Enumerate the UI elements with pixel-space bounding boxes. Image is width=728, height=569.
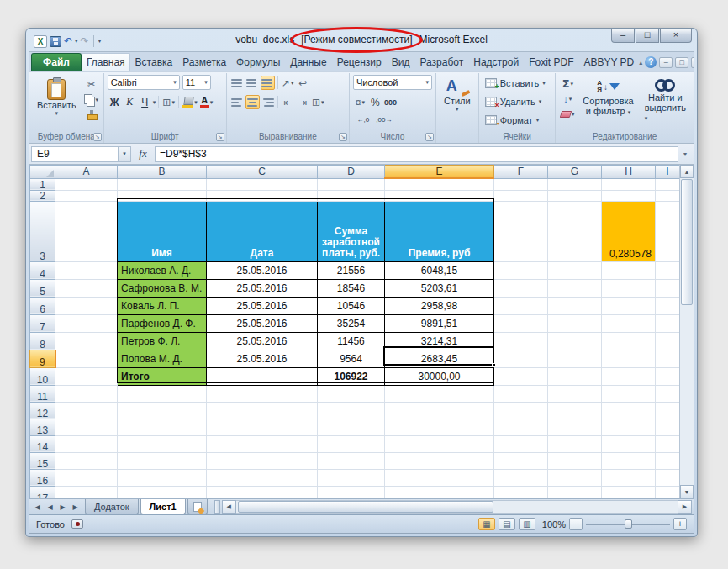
normal-view-button[interactable]: ▦ [478, 518, 495, 530]
cell-B9[interactable]: Попова М. Д. [118, 350, 207, 367]
cell-F16[interactable] [494, 469, 548, 486]
column-header-C[interactable]: C [207, 166, 318, 179]
cell-C17[interactable] [207, 486, 318, 498]
cell-B10[interactable]: Итого [118, 367, 207, 385]
cell-D11[interactable] [318, 385, 385, 402]
cell-B12[interactable] [118, 402, 207, 419]
row-header-13[interactable]: 13 [30, 419, 55, 435]
cell-A14[interactable] [55, 435, 118, 452]
paste-button[interactable]: Вставить ▾ [33, 75, 81, 130]
qat-customize-button[interactable]: ▾ [98, 38, 102, 45]
cell-H10[interactable] [602, 367, 656, 385]
scroll-right-button[interactable]: ▶ [678, 500, 692, 514]
cell-E8[interactable]: 3214,31 [385, 332, 494, 350]
cell-I14[interactable] [656, 435, 680, 452]
number-format-select[interactable]: Числовой▾ [353, 75, 432, 90]
cell-I12[interactable] [656, 402, 680, 419]
help-icon[interactable]: ? [645, 56, 657, 68]
row-header-12[interactable]: 12 [30, 402, 55, 419]
align-center-button[interactable] [245, 95, 260, 109]
cell-A12[interactable] [55, 402, 118, 419]
borders-button[interactable]: ⊞▾ [161, 95, 176, 109]
cell-C10[interactable] [207, 367, 318, 385]
cell-H2[interactable] [602, 190, 656, 201]
cell-G16[interactable] [548, 469, 602, 486]
sheet-tab-dodatok[interactable]: Додаток [85, 499, 139, 514]
cell-D17[interactable] [318, 486, 385, 498]
cell-D9[interactable]: 9564 [318, 350, 385, 367]
row-header-8[interactable]: 8 [30, 332, 55, 350]
cell-I2[interactable] [656, 190, 680, 201]
column-header-E[interactable]: E [385, 166, 494, 179]
cell-F3[interactable] [494, 201, 548, 261]
delete-cells-button[interactable]: × Удалить▾ [483, 93, 552, 109]
comma-style-button[interactable]: 000 [383, 95, 398, 109]
cell-H1[interactable] [602, 178, 656, 190]
cell-I16[interactable] [656, 469, 680, 486]
cell-G9[interactable] [548, 350, 602, 367]
excel-logo-icon[interactable]: X [34, 35, 47, 48]
column-header-A[interactable]: A [55, 166, 118, 179]
cell-B17[interactable] [118, 486, 207, 498]
fill-button[interactable]: ↓▾ [559, 92, 576, 106]
cell-H4[interactable] [602, 261, 656, 279]
column-header-B[interactable]: B [118, 166, 207, 179]
save-button[interactable] [50, 36, 61, 47]
insert-sheet-tab[interactable] [187, 499, 208, 514]
close-button[interactable]: × [660, 29, 692, 43]
cell-C8[interactable]: 25.05.2016 [207, 332, 318, 350]
cell-F6[interactable] [494, 297, 548, 314]
align-right-button[interactable] [261, 95, 275, 109]
cell-B3[interactable]: Имя [118, 201, 207, 261]
tab-insert[interactable]: Вставка [130, 53, 178, 71]
cell-E12[interactable] [385, 402, 494, 419]
cell-E3[interactable]: Премия, руб [385, 201, 494, 261]
cell-B13[interactable] [118, 419, 207, 435]
cell-I4[interactable] [656, 261, 680, 279]
cell-C9[interactable]: 25.05.2016 [207, 350, 318, 367]
row-header-1[interactable]: 1 [30, 178, 55, 190]
cell-G10[interactable] [548, 367, 602, 385]
cell-B2[interactable] [118, 190, 207, 201]
cell-C16[interactable] [207, 469, 318, 486]
undo-button[interactable]: ↶ [64, 36, 72, 46]
cell-D3[interactable]: Сумма заработной платы, руб. [318, 201, 385, 261]
cell-G8[interactable] [548, 332, 602, 350]
tab-developer[interactable]: Разработ [414, 53, 468, 71]
zoom-slider[interactable] [586, 518, 670, 530]
cell-C6[interactable]: 25.05.2016 [207, 297, 318, 314]
autosum-button[interactable]: Σ▾ [559, 76, 576, 91]
cell-G17[interactable] [548, 486, 602, 498]
cell-C12[interactable] [207, 402, 318, 419]
cell-F14[interactable] [494, 435, 548, 452]
cell-C15[interactable] [207, 452, 318, 469]
cell-D12[interactable] [318, 402, 385, 419]
tab-abbyy-pd[interactable]: ABBYY PD [578, 53, 639, 71]
cell-H5[interactable] [602, 279, 656, 297]
cell-I1[interactable] [656, 178, 680, 190]
copy-button[interactable]: ▾ [83, 92, 100, 107]
cell-E11[interactable] [385, 385, 494, 402]
column-header-D[interactable]: D [318, 166, 385, 179]
number-dialog-launcher[interactable]: ↘ [425, 133, 434, 141]
cell-H14[interactable] [602, 435, 656, 452]
cell-G1[interactable] [548, 178, 602, 190]
cell-E1[interactable] [385, 178, 494, 190]
row-header-14[interactable]: 14 [30, 435, 55, 452]
cell-H8[interactable] [602, 332, 656, 350]
column-header-F[interactable]: F [494, 166, 548, 179]
cell-E15[interactable] [385, 452, 494, 469]
cell-F17[interactable] [494, 486, 548, 498]
cell-G13[interactable] [548, 419, 602, 435]
cell-F10[interactable] [494, 367, 548, 385]
last-sheet-button[interactable]: ▶ [70, 503, 81, 511]
workbook-restore-button[interactable]: □ [675, 57, 688, 68]
tab-file[interactable]: Файл [31, 53, 82, 71]
cell-H6[interactable] [602, 297, 656, 314]
cell-E10[interactable]: 30000,00 [385, 367, 494, 385]
cell-A4[interactable] [55, 261, 118, 279]
fill-color-button[interactable]: ▾ [182, 95, 198, 109]
page-break-view-button[interactable]: ▥ [519, 518, 535, 530]
cell-H7[interactable] [602, 314, 656, 332]
restore-button[interactable]: □ [636, 29, 659, 43]
